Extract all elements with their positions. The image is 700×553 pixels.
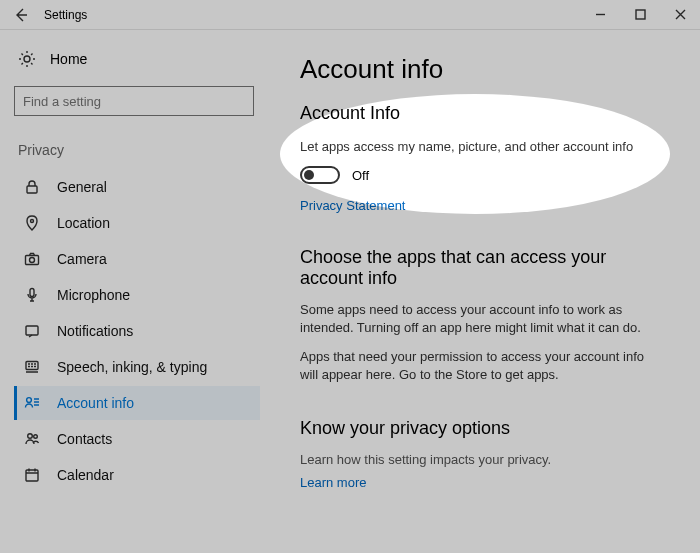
back-button[interactable]: [8, 2, 34, 28]
close-icon: [675, 9, 686, 20]
choose-apps-desc-1: Some apps need to access your account in…: [300, 301, 655, 337]
home-button[interactable]: Home: [14, 46, 260, 72]
svg-rect-8: [26, 326, 38, 335]
close-button[interactable]: [660, 0, 700, 30]
window-title: Settings: [44, 8, 87, 22]
sidebar-item-microphone[interactable]: Microphone: [14, 278, 260, 312]
maximize-button[interactable]: [620, 0, 660, 30]
toggle-description: Let apps access my name, picture, and ot…: [300, 138, 655, 156]
sidebar-item-label: Camera: [57, 251, 107, 267]
minimize-button[interactable]: [580, 0, 620, 30]
location-icon: [23, 214, 41, 232]
search-input[interactable]: [15, 94, 225, 109]
sidebar-item-speech[interactable]: Speech, inking, & typing: [14, 350, 260, 384]
learn-more-link[interactable]: Learn more: [300, 475, 670, 490]
camera-icon: [23, 250, 41, 268]
svg-point-1: [24, 56, 30, 62]
search-icon: [225, 93, 253, 110]
lock-icon: [23, 178, 41, 196]
account-info-icon: [23, 394, 41, 412]
toggle-state-label: Off: [352, 168, 369, 183]
sidebar-item-general[interactable]: General: [14, 170, 260, 204]
svg-rect-3: [27, 186, 37, 193]
sidebar-group-label: Privacy: [14, 142, 260, 158]
sidebar-item-label: Account info: [57, 395, 134, 411]
search-box[interactable]: [14, 86, 254, 116]
contacts-icon: [23, 430, 41, 448]
maximize-icon: [635, 9, 646, 20]
toggle-switch[interactable]: [300, 166, 340, 184]
section-account-info-title: Account Info: [300, 103, 670, 124]
svg-point-10: [27, 398, 32, 403]
section-choose-apps-title: Choose the apps that can access your acc…: [300, 247, 670, 289]
privacy-options-desc: Learn how this setting impacts your priv…: [300, 451, 670, 469]
choose-apps-desc-2: Apps that need your permission to access…: [300, 348, 655, 384]
svg-rect-7: [30, 289, 34, 297]
sidebar-item-location[interactable]: Location: [14, 206, 260, 240]
section-privacy-options-title: Know your privacy options: [300, 418, 670, 439]
privacy-statement-link[interactable]: Privacy Statement: [300, 198, 670, 213]
svg-rect-9: [26, 362, 38, 370]
sidebar-item-label: Calendar: [57, 467, 114, 483]
svg-rect-13: [26, 470, 38, 481]
nav-list: General Location Camera Microphone Notif…: [14, 170, 260, 492]
toggle-knob: [304, 170, 314, 180]
sidebar-item-notifications[interactable]: Notifications: [14, 314, 260, 348]
svg-point-12: [34, 435, 38, 439]
minimize-icon: [595, 9, 606, 20]
gear-icon: [18, 50, 36, 68]
svg-point-6: [30, 258, 35, 263]
svg-point-11: [28, 434, 33, 439]
speech-icon: [23, 358, 41, 376]
svg-point-4: [31, 220, 34, 223]
sidebar-item-account-info[interactable]: Account info: [14, 386, 260, 420]
sidebar-item-label: Microphone: [57, 287, 130, 303]
titlebar: Settings: [0, 0, 700, 30]
page-title: Account info: [300, 54, 670, 85]
svg-rect-0: [636, 10, 645, 19]
microphone-icon: [23, 286, 41, 304]
sidebar-item-calendar[interactable]: Calendar: [14, 458, 260, 492]
sidebar-item-label: Location: [57, 215, 110, 231]
main-content: Account info Account Info Let apps acces…: [270, 30, 700, 553]
sidebar-item-label: Contacts: [57, 431, 112, 447]
home-label: Home: [50, 51, 87, 67]
sidebar-item-contacts[interactable]: Contacts: [14, 422, 260, 456]
back-arrow-icon: [13, 7, 29, 23]
calendar-icon: [23, 466, 41, 484]
svg-point-2: [234, 94, 243, 103]
sidebar-item-camera[interactable]: Camera: [14, 242, 260, 276]
account-info-toggle[interactable]: Off: [300, 166, 670, 184]
sidebar-item-label: Speech, inking, & typing: [57, 359, 207, 375]
window-controls: [580, 0, 700, 30]
sidebar-item-label: Notifications: [57, 323, 133, 339]
sidebar: Home Privacy General Location Camera: [0, 30, 270, 553]
notifications-icon: [23, 322, 41, 340]
sidebar-item-label: General: [57, 179, 107, 195]
